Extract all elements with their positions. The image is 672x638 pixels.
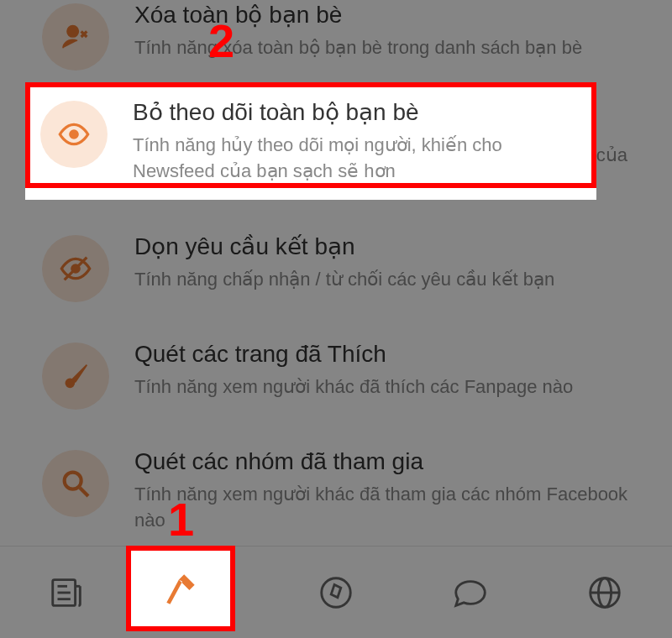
item-scan-liked-pages[interactable]: Quét các trang đã Thích Tính năng xem ng… [0, 321, 672, 428]
hammer-icon [160, 567, 202, 609]
item-title: Bỏ theo dõi toàn bộ bạn bè [133, 97, 581, 128]
svg-point-5 [65, 473, 81, 489]
search-icon [42, 450, 109, 517]
item-desc: Tính năng xem người khác đã thích các Fa… [134, 374, 647, 400]
nav-chat[interactable] [420, 551, 521, 635]
nav-feed[interactable] [17, 551, 118, 635]
svg-point-12 [322, 578, 351, 607]
item-desc: Tính năng chấp nhận / từ chối các yêu cầ… [134, 267, 647, 293]
item-title: Quét các trang đã Thích [134, 339, 647, 369]
eye-icon [40, 101, 108, 168]
callout-2: 2 [208, 13, 234, 68]
svg-point-16 [70, 130, 78, 139]
nav-globe[interactable] [554, 551, 655, 635]
chat-icon [451, 573, 490, 612]
item-delete-all-friends[interactable]: Xóa toàn bộ bạn bè Tính năng xóa toàn bộ… [0, 0, 672, 89]
item-desc: Tính năng xem người khác đã tham gia các… [134, 482, 647, 534]
compass-icon [317, 573, 355, 612]
nav-compass[interactable] [286, 551, 386, 635]
svg-point-4 [66, 379, 74, 387]
item-title: Dọn yêu cầu kết bạn [134, 232, 647, 262]
brush-icon [42, 343, 109, 410]
item-unfollow-all-friends-highlight[interactable]: Bỏ theo dõi toàn bộ bạn bè Tính năng hủy… [25, 82, 596, 200]
item-desc: Tính năng hủy theo dõi mọi người, khiến … [133, 133, 581, 185]
callout-1: 1 [168, 492, 194, 546]
svg-line-6 [80, 488, 88, 496]
item-clean-friend-requests[interactable]: Dọn yêu cầu kết bạn Tính năng chấp nhận … [0, 213, 672, 321]
item-scan-joined-groups[interactable]: Quét các nhóm đã tham gia Tính năng xem … [0, 428, 672, 552]
eye-off-icon [42, 235, 109, 302]
item-title: Quét các nhóm đã tham gia [134, 447, 647, 477]
user-remove-icon [42, 3, 109, 71]
newspaper-icon [48, 573, 87, 612]
globe-icon [585, 573, 624, 612]
svg-point-0 [67, 26, 78, 37]
bottom-nav [0, 546, 672, 638]
